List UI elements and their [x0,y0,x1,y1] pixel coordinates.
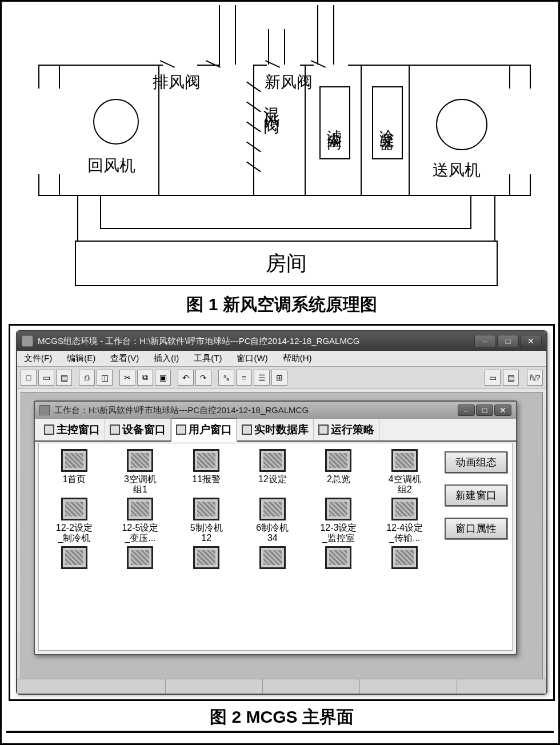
tab-label: 运行策略 [331,422,374,437]
window-label: 12设定 [258,474,287,494]
mixing-valve-marks [253,75,254,189]
maximize-button[interactable]: □ [497,335,519,347]
tab-strategy[interactable]: 运行策略 [314,419,379,440]
window-icon [193,546,219,569]
tab-icon [242,424,252,435]
titlebar[interactable]: MCGS组态环境 - 工作台：H:\新风软件\呼市地球站---PC自控2014-… [17,331,546,351]
window-icon [391,449,418,472]
tb-a-icon[interactable]: ᵃₐ [218,370,234,386]
tb-paste-icon[interactable]: ▣ [155,370,171,386]
window-icon [193,498,219,520]
window-label: 5制冷机 12 [190,523,223,543]
fig2-caption: 图 2 MCGS 主界面 [2,706,560,729]
window-item[interactable]: 2总览 [307,449,371,494]
window-icon [325,498,351,520]
tab-label: 主控窗口 [57,422,100,437]
tb-preview-icon[interactable]: ◫ [97,370,113,386]
child-app-icon [39,405,50,415]
window-icon [391,498,418,520]
menu-insert[interactable]: 插入(I) [150,352,182,365]
btn-new-window[interactable]: 新建窗口 [445,484,507,506]
tb-cut-icon[interactable]: ✂ [119,370,135,386]
window-icon [127,546,153,569]
statusbar [17,679,546,694]
tb-undo-icon[interactable]: ↶ [178,370,194,386]
tab-realtime-db[interactable]: 实时数据库 [237,419,314,440]
tb-open-icon[interactable]: ▭ [38,370,54,386]
window-icon [259,498,286,520]
window-item[interactable]: 12-3设定 _监控室 [307,498,371,543]
window-item[interactable]: 11报警 [174,449,238,494]
tb-redo-icon[interactable]: ↷ [195,370,211,386]
tab-main-control[interactable]: 主控窗口 [39,419,105,440]
close-button[interactable]: ✕ [520,335,542,347]
menu-view[interactable]: 查看(V) [107,352,142,365]
label-supply-fan: 送风机 [433,159,481,181]
tab-icon [318,424,329,435]
window-item[interactable] [373,546,437,591]
tb-grid-icon[interactable]: ⊞ [271,370,287,386]
child-maximize-button[interactable]: □ [476,404,493,416]
tab-icon [176,424,186,435]
filter-box: 滤尘网 [319,86,350,159]
menu-help[interactable]: 帮助(H) [279,352,315,365]
window-item[interactable]: 3空调机 组1 [109,449,173,494]
tabs-bar: 主控窗口 设备窗口 用户窗口 实时数据库 运行策略 [35,419,516,442]
window-label: 12-5设定 _变压... [122,523,158,543]
window-item[interactable]: 12-4设定 _传输... [373,498,437,543]
footer-rule [6,731,554,733]
child-minimize-button[interactable]: – [458,404,475,416]
window-icon [259,546,286,569]
window-label: 6制冷机 34 [256,523,289,543]
tb-list-icon[interactable]: ☰ [254,370,270,386]
tb-copy-icon[interactable]: ⧉ [137,370,153,386]
tab-label: 实时数据库 [254,422,309,437]
window-icon [391,546,418,569]
window-buttons: – □ ✕ [474,335,542,347]
tb-right2-icon[interactable]: ▤ [503,370,519,386]
side-buttons: 动画组态 新建窗口 窗口属性 [440,443,512,650]
tb-help-icon[interactable]: ℕ? [527,370,543,386]
tb-print-icon[interactable]: ⎙ [79,370,95,386]
window-item[interactable]: 4空调机 组2 [373,449,437,494]
tab-label: 用户窗口 [189,422,232,437]
window-item[interactable] [307,546,371,591]
minimize-button[interactable]: – [474,335,496,347]
window-icon [127,498,153,520]
tb-new-icon[interactable]: □ [21,370,37,386]
tb-right1-icon[interactable]: ▭ [485,370,501,386]
menubar: 文件(F) 编辑(E) 查看(V) 插入(I) 工具(T) 窗口(W) 帮助(H… [17,351,546,367]
tab-icon [44,424,54,435]
child-close-button[interactable]: ✕ [494,404,511,416]
window-item[interactable]: 1首页 [42,449,106,494]
window-item[interactable]: 12-2设定 _制冷机 [42,498,106,543]
window-icon [193,449,219,472]
window-item[interactable] [109,546,173,591]
window-item[interactable] [174,546,238,591]
window-item[interactable]: 12设定 [241,449,305,494]
btn-window-props[interactable]: 窗口属性 [445,518,507,539]
menu-window[interactable]: 窗口(W) [233,352,271,365]
window-item[interactable]: 6制冷机 34 [241,498,305,543]
window-icon [325,449,351,472]
child-titlebar[interactable]: 工作台：H:\新风软件\呼市地球站---PC自控2014-12-18_RGALM… [35,402,516,419]
window-label: 12-2设定 _制冷机 [56,523,93,543]
window-icon [61,546,87,569]
window-item[interactable] [241,546,305,591]
window-icon-area: 1首页3空调机 组111报警12设定2总览4空调机 组212-2设定 _制冷机1… [39,443,440,650]
window-item[interactable] [42,546,106,591]
window-icon [127,449,153,472]
toolbar: □ ▭ ▤ ⎙ ◫ ✂ ⧉ ▣ ↶ ↷ ᵃₐ ≡ ☰ ⊞ ▭ [17,367,546,388]
child-body: 1首页3空调机 组111报警12设定2总览4空调机 组212-2设定 _制冷机1… [38,443,513,651]
tab-label: 设备窗口 [122,422,166,437]
window-item[interactable]: 5制冷机 12 [174,498,238,543]
window-item[interactable]: 12-5设定 _变压... [109,498,173,543]
btn-animation[interactable]: 动画组态 [445,451,507,473]
menu-file[interactable]: 文件(F) [21,352,55,365]
tb-save-icon[interactable]: ▤ [56,370,72,386]
menu-tools[interactable]: 工具(T) [190,352,225,365]
tab-user-window[interactable]: 用户窗口 [171,418,237,442]
tab-device[interactable]: 设备窗口 [105,419,171,440]
menu-edit[interactable]: 编辑(E) [63,352,99,365]
tb-b-icon[interactable]: ≡ [236,370,252,386]
